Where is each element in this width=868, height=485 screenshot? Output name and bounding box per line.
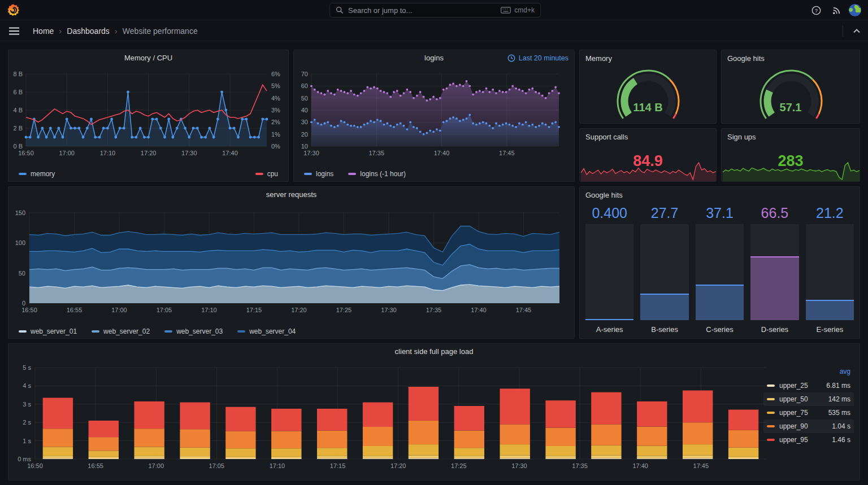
stacked-bar: [637, 401, 667, 459]
legend-row[interactable]: upper_50142 ms: [763, 392, 854, 406]
bar-gauge-track: [696, 224, 744, 320]
bar-segment-upper_95: [683, 391, 713, 423]
bar-segment-upper_90: [43, 429, 73, 447]
legend-avg-header[interactable]: avg: [763, 366, 854, 379]
bar-gauge[interactable]: 0.400A-series27.7B-series37.1C-series66.…: [585, 205, 854, 334]
bar-gauge-column[interactable]: 0.400A-series: [585, 205, 633, 334]
bar-segment-upper_95: [545, 400, 575, 427]
legend-swatch: [348, 173, 356, 175]
axis-tick-label: 17:40: [471, 307, 487, 313]
bar-segment-upper_95: [317, 409, 347, 431]
memory-cpu-chart[interactable]: 0 B2 B4 B6 B8 B0%1%2%3%4%5%6%16:5017:001…: [9, 66, 289, 167]
panel-client-page-load: client side full page load 0 ms1 s2 s3 s…: [8, 343, 860, 480]
bar-segment-upper_50: [225, 457, 255, 458]
axis-tick-label: 17:20: [390, 462, 406, 469]
bar-segment-upper_95: [271, 409, 301, 431]
stacked-bar: [683, 391, 713, 460]
bar-gauge-column[interactable]: 37.1C-series: [696, 205, 744, 334]
axis-tick-label: 16:55: [88, 462, 103, 469]
legend-item[interactable]: web_server_02: [92, 327, 150, 335]
stacked-bar: [363, 403, 393, 459]
bar-segment-upper_75: [363, 446, 393, 456]
stacked-bar: [409, 387, 439, 459]
legend-row[interactable]: upper_75535 ms: [763, 406, 854, 420]
stat-value: 283: [722, 152, 860, 170]
bar-segment-upper_25: [545, 458, 575, 459]
panel-title[interactable]: Google hits: [727, 54, 765, 63]
axis-tick-label: 17:45: [499, 150, 515, 156]
legend-item[interactable]: cpu: [255, 170, 278, 178]
legend-row[interactable]: upper_901.04 s: [763, 420, 854, 433]
stacked-bar: [728, 410, 758, 460]
panel-title[interactable]: client side full page load: [8, 347, 860, 356]
grafana-logo-icon[interactable]: [7, 3, 20, 17]
axis-tick-label: 2 B: [13, 125, 23, 132]
bar-gauge-column[interactable]: 27.7B-series: [640, 205, 688, 334]
axis-tick-label: 0 B: [13, 143, 23, 150]
legend-item[interactable]: web_server_01: [19, 327, 77, 335]
legend-value: 6.81 ms: [826, 382, 850, 390]
axis-tick-label: 17:30: [181, 150, 197, 156]
bar-segment-upper_75: [637, 446, 667, 456]
bar-gauge-label: A-series: [585, 320, 633, 334]
bar-segment-upper_25: [409, 458, 439, 459]
breadcrumb-dashboards[interactable]: Dashboards: [67, 27, 110, 36]
legend-label: upper_75: [779, 409, 824, 417]
axis-tick-label: 17:30: [381, 307, 397, 313]
bar-gauge-column[interactable]: 21.2E-series: [806, 205, 854, 334]
bar-gauge-label: C-series: [696, 320, 744, 334]
legend-item[interactable]: web_server_04: [237, 327, 296, 335]
search-input[interactable]: Search or jump to... cmd+k: [329, 3, 541, 18]
top-navbar: Search or jump to... cmd+k ?: [0, 0, 868, 20]
legend-item[interactable]: memory: [19, 170, 55, 178]
bar-segment-upper_25: [271, 458, 301, 459]
legend-item[interactable]: logins: [304, 170, 333, 178]
bar-segment-upper_95: [409, 387, 439, 421]
legend-row[interactable]: upper_951.46 s: [763, 433, 854, 447]
menu-toggle-button[interactable]: [9, 27, 19, 35]
bar-segment-upper_90: [637, 427, 667, 446]
axis-tick-label: 17:45: [516, 307, 532, 313]
logins-chart[interactable]: 1020304050607017:3017:3517:4017:45: [294, 66, 575, 167]
legend-label: upper_90: [779, 422, 827, 430]
panel-title[interactable]: Google hits: [585, 191, 623, 199]
server-requests-chart[interactable]: 05010015016:5016:5517:0017:0517:1017:151…: [9, 203, 575, 322]
axis-tick-label: 17:05: [157, 307, 172, 313]
legend-label: web_server_04: [249, 327, 296, 335]
panel-memory-gauge: Memory 114 B: [579, 50, 717, 124]
bar-segment-upper_95: [134, 401, 164, 429]
bar-gauge-value: 27.7: [640, 205, 688, 224]
panel-title[interactable]: Support calls: [585, 133, 628, 141]
panel-title[interactable]: Memory / CPU: [8, 54, 288, 62]
help-button[interactable]: ?: [809, 3, 823, 17]
panel-title[interactable]: server requests: [8, 190, 574, 199]
legend-item[interactable]: web_server_03: [164, 327, 223, 335]
legend-label: upper_95: [779, 436, 827, 444]
axis-tick-label: 17:25: [336, 307, 352, 313]
clock-icon: [507, 54, 515, 62]
bar-gauge-fill: [585, 319, 633, 320]
legend-label: cpu: [267, 170, 278, 178]
news-button[interactable]: [829, 3, 844, 17]
stacked-bar: [180, 403, 210, 459]
legend-swatch: [767, 412, 775, 414]
bar-gauge-value: 66.5: [750, 205, 798, 224]
panel-title[interactable]: Sign ups: [727, 133, 756, 141]
axis-tick-label: 17:40: [632, 462, 648, 469]
axis-tick-label: 17:10: [100, 150, 116, 156]
gauge-arc: [816, 114, 819, 119]
user-avatar[interactable]: [848, 3, 862, 17]
legend-row[interactable]: upper_256.81 ms: [763, 379, 854, 392]
legend-item[interactable]: logins (-1 hour): [348, 170, 406, 178]
axis-tick-label: 17:40: [222, 150, 238, 156]
bar-gauge-track: [750, 224, 798, 320]
shortcut-label: cmd+k: [514, 6, 535, 14]
panel-title[interactable]: Memory: [585, 54, 612, 63]
collapse-chevron-up-icon[interactable]: [852, 27, 861, 36]
axis-tick-label: 16:50: [27, 462, 43, 469]
time-range-picker[interactable]: Last 20 minutes: [507, 54, 568, 62]
bar-gauge-column[interactable]: 66.5D-series: [750, 205, 798, 334]
help-icon: ?: [811, 6, 821, 15]
client-page-load-chart[interactable]: 0 ms1 s2 s3 s4 s5 s16:5016:5517:0017:051…: [9, 359, 860, 477]
breadcrumb-home[interactable]: Home: [33, 27, 54, 36]
